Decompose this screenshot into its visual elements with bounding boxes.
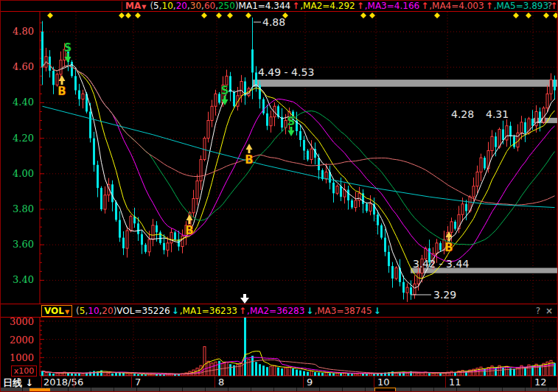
buy-marker: B bbox=[245, 153, 253, 167]
candles bbox=[41, 18, 556, 302]
header-segment: ,MA5=3.893 bbox=[494, 1, 548, 11]
svg-text:4.28: 4.28 bbox=[451, 108, 474, 120]
price-tick-label: 4.20 bbox=[0, 133, 34, 143]
svg-text:4.88: 4.88 bbox=[262, 16, 285, 28]
diamond-icon bbox=[543, 13, 549, 18]
header-segment: ,MA3=4.166 bbox=[365, 1, 419, 11]
period-label: 日线 bbox=[3, 377, 22, 388]
header-segment: 10 bbox=[88, 306, 99, 316]
header-divider bbox=[122, 1, 122, 11]
header-segment: 5 bbox=[153, 1, 159, 11]
buy-marker: B bbox=[185, 224, 193, 237]
trend-arrow-icon: ↓ bbox=[374, 306, 381, 316]
year-label: 2018/5 bbox=[43, 377, 77, 388]
trend-arrow-icon: ↑ bbox=[292, 1, 299, 11]
header-segment: MA1=4.344 bbox=[239, 1, 291, 11]
horizontal-scrollbar[interactable] bbox=[0, 388, 558, 392]
volume-bars bbox=[41, 317, 556, 376]
vol-values: VOL=35226↓,MA1=36233↑,MA2=36283↓,MA3=387… bbox=[116, 306, 381, 316]
svg-text:3.29: 3.29 bbox=[433, 289, 456, 301]
svg-text:3.42 - 3.44: 3.42 - 3.44 bbox=[413, 258, 469, 270]
volume-tick-label: 1000 bbox=[0, 353, 34, 363]
ma-values: MA1=4.344↑,MA2=4.292↑,MA3=4.166↑,MA4=4.0… bbox=[239, 1, 558, 11]
header-segment: 10 bbox=[162, 1, 173, 11]
trend-arrow-icon: ↑ bbox=[239, 306, 246, 316]
diamond-icon bbox=[513, 13, 519, 18]
volume-tick-label: 3000 bbox=[0, 317, 34, 326]
price-ma-line bbox=[43, 62, 555, 245]
month-tick bbox=[215, 377, 215, 388]
buy-arrow-icon bbox=[59, 75, 66, 85]
header-segment: ,MA2=36283 bbox=[247, 306, 304, 316]
buy-marker: B bbox=[444, 241, 453, 254]
svg-text:4.31: 4.31 bbox=[486, 108, 509, 120]
month-label: 7 bbox=[135, 377, 141, 388]
indicator-selector[interactable]: MA▼ bbox=[125, 1, 146, 11]
diamond-icon bbox=[245, 13, 251, 18]
volume-ma-line bbox=[43, 360, 555, 374]
close-icon[interactable]: × bbox=[545, 306, 553, 316]
month-label: 8 bbox=[218, 377, 224, 388]
chevron-down-icon: ▼ bbox=[65, 309, 69, 315]
price-tick-label: 4.60 bbox=[0, 62, 34, 71]
vol-params: (5,10,20) bbox=[76, 306, 116, 316]
buy-marker: B bbox=[57, 85, 66, 98]
trend-arrow-icon: ↑ bbox=[357, 1, 364, 11]
scrollbar-viewport-box[interactable] bbox=[374, 388, 396, 392]
price-tick-label: 3.60 bbox=[0, 239, 34, 249]
diamond-icon bbox=[125, 13, 131, 18]
volume-indicator-header: VOL▼ (5,10,20) VOL=35226↓,MA1=36233↑,MA2… bbox=[0, 304, 558, 318]
volume-indicator-selector[interactable]: VOL▼ bbox=[41, 305, 72, 317]
month-tick bbox=[131, 377, 132, 388]
price-tick-label: 4.00 bbox=[0, 169, 34, 178]
header-segment: 30 bbox=[190, 1, 201, 11]
diamond-icon bbox=[369, 13, 375, 18]
diamond-icon bbox=[434, 13, 440, 18]
header-segment: 60 bbox=[204, 1, 215, 11]
month-label: 10 bbox=[377, 377, 390, 388]
month-tick bbox=[74, 377, 74, 388]
month-tick bbox=[374, 377, 374, 388]
month-label: 11 bbox=[449, 377, 461, 388]
main-indicator-header: MA▼ (5,10,20,30,60,250) MA1=4.344↑,MA2=4… bbox=[0, 0, 558, 12]
header-segment: 20 bbox=[102, 306, 113, 316]
resistance-bands bbox=[253, 80, 557, 273]
event-arrow-icon bbox=[240, 294, 249, 304]
help-icon[interactable]: ? bbox=[548, 1, 552, 11]
price-tick-label: 4.80 bbox=[0, 27, 34, 36]
ma-params: (5,10,20,30,60,250) bbox=[150, 1, 238, 11]
diamond-icon bbox=[216, 13, 222, 18]
arrow-down-icon: ↓ bbox=[26, 377, 34, 388]
header-segment: ,MA1=36233 bbox=[180, 306, 237, 316]
divider bbox=[41, 377, 42, 388]
month-label: 12 bbox=[534, 377, 547, 388]
header-segment: ,MA2=4.292 bbox=[300, 1, 355, 11]
svg-text:4.49 - 4.53: 4.49 - 4.53 bbox=[258, 66, 314, 78]
price-tick-label: 3.80 bbox=[0, 204, 34, 214]
price-tick-label: 3.40 bbox=[0, 275, 34, 284]
trend-arrow-icon: ↓ bbox=[172, 306, 179, 316]
volume-tick-label: 2000 bbox=[0, 335, 34, 345]
volume-unit-badge: x100 bbox=[11, 365, 37, 377]
header-segment: ,MA3=38745 bbox=[314, 306, 372, 316]
trend-arrow-icon: ↓ bbox=[306, 306, 313, 316]
volume-indicator-label: VOL bbox=[44, 306, 64, 316]
header-segment: 250 bbox=[218, 1, 235, 11]
diamond-icon bbox=[227, 13, 233, 18]
annotations: 4.884.49 - 4.534.284.313.42 - 3.443.29 bbox=[254, 16, 509, 301]
month-tick bbox=[303, 377, 304, 388]
scrollbar-thumb[interactable] bbox=[29, 388, 50, 391]
diamond-icon bbox=[201, 13, 207, 18]
month-label: 9 bbox=[307, 377, 313, 388]
chevron-down-icon: ▼ bbox=[142, 4, 146, 10]
date-axis: 日线 ↓ 2018/5 6789101112 bbox=[0, 377, 558, 388]
help-icon[interactable]: ? bbox=[536, 306, 540, 316]
main-chart-canvas[interactable]: 4.884.49 - 4.534.284.313.42 - 3.443.29SB… bbox=[0, 0, 558, 392]
stock-chart-app: 4.884.49 - 4.534.284.313.42 - 3.443.29SB… bbox=[0, 0, 558, 392]
header-segment: VOL=35226 bbox=[116, 306, 170, 316]
indicator-label: MA bbox=[125, 1, 141, 11]
trend-arrow-icon: ↑ bbox=[421, 1, 428, 11]
price-tick-label: 4.40 bbox=[0, 97, 34, 107]
diamond-icon bbox=[47, 13, 53, 18]
month-tick bbox=[531, 377, 531, 388]
